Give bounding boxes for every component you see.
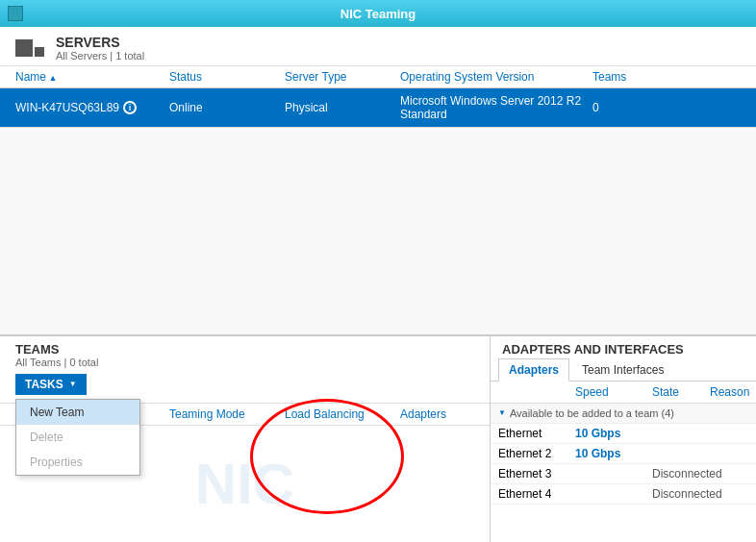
- teams-panel-title: TEAMS: [15, 342, 474, 357]
- group-header-text: Available to be added to a team (4): [510, 407, 674, 419]
- teams-col-adapters[interactable]: Adapters: [400, 407, 477, 421]
- info-icon: i: [123, 101, 137, 114]
- dropdown-properties: Properties: [16, 450, 139, 475]
- title-bar-icon: [8, 6, 23, 21]
- adapter-reason-3: [710, 487, 756, 501]
- server-os: Microsoft Windows Server 2012 R2 Standar…: [400, 94, 592, 121]
- adapter-speed-2: [575, 467, 652, 480]
- teams-col-load-balancing[interactable]: Load Balancing: [285, 407, 400, 421]
- adapters-group-header: ▼ Available to be added to a team (4): [491, 404, 756, 424]
- adapter-state-1: [652, 447, 710, 460]
- servers-header: SERVERS All Servers | 1 total: [0, 27, 756, 66]
- server-type: Physical: [285, 101, 400, 114]
- server-teams-count: 0: [592, 101, 669, 114]
- tasks-area: TASKS ▼ New Team Delete Properties: [0, 370, 490, 399]
- servers-title: SERVERS: [56, 35, 144, 50]
- tasks-arrow-icon: ▼: [69, 380, 77, 388]
- title-bar: NIC Teaming: [0, 0, 756, 27]
- adapter-state-3: Disconnected: [652, 487, 710, 501]
- adapter-speed-1: 10 Gbps: [575, 447, 652, 460]
- adapters-tabs: Adapters Team Interfaces: [491, 358, 756, 382]
- tasks-dropdown: New Team Delete Properties: [15, 399, 140, 476]
- adapter-row-0[interactable]: Ethernet 10 Gbps: [491, 424, 756, 444]
- adapter-name-3: Ethernet 4: [498, 487, 575, 501]
- title-bar-text: NIC Teaming: [340, 7, 416, 21]
- col-os-version[interactable]: Operating System Version: [400, 70, 592, 84]
- server-name-text: WIN-K47USQ63L89: [15, 101, 119, 114]
- server-name-cell: WIN-K47USQ63L89 i: [15, 101, 169, 114]
- adapter-speed-3: [575, 487, 652, 501]
- teams-panel: TEAMS All Teams | 0 total TASKS ▼ New Te…: [0, 336, 491, 543]
- tab-team-interfaces[interactable]: Team Interfaces: [571, 358, 674, 381]
- dropdown-delete: Delete: [16, 425, 139, 450]
- servers-title-group: SERVERS All Servers | 1 total: [56, 35, 144, 62]
- icon-block-small: [35, 47, 44, 57]
- teams-panel-sub: All Teams | 0 total: [15, 357, 474, 368]
- teams-col-teaming-mode[interactable]: Teaming Mode: [169, 407, 285, 421]
- adapter-speed-0: 10 Gbps: [575, 427, 652, 440]
- adapter-state-0: [652, 427, 710, 440]
- col-name[interactable]: Name: [15, 70, 169, 84]
- icon-block-big: [15, 39, 33, 57]
- adapter-row-3[interactable]: Ethernet 4 Disconnected: [491, 484, 756, 505]
- adapter-reason-0: [710, 427, 756, 440]
- adapter-row-2[interactable]: Ethernet 3 Disconnected: [491, 464, 756, 484]
- adapters-panel-title: ADAPTERS AND INTERFACES: [502, 342, 756, 357]
- watermark-text: NIC: [195, 451, 294, 517]
- adapters-col-speed[interactable]: Speed: [575, 385, 652, 399]
- adapter-row-1[interactable]: Ethernet 2 10 Gbps: [491, 444, 756, 464]
- adapters-col-name: [498, 385, 575, 399]
- group-expand-icon[interactable]: ▼: [498, 408, 506, 417]
- server-status: Online: [169, 101, 285, 114]
- col-server-type[interactable]: Server Type: [285, 70, 400, 84]
- adapters-panel-header: ADAPTERS AND INTERFACES: [491, 336, 756, 358]
- teams-panel-header: TEAMS All Teams | 0 total: [0, 336, 490, 370]
- servers-icon: [15, 39, 44, 57]
- adapters-col-state[interactable]: State: [652, 385, 710, 399]
- servers-subtitle: All Servers | 1 total: [56, 50, 144, 62]
- main-content: SERVERS All Servers | 1 total Name Statu…: [0, 27, 756, 542]
- adapter-name-2: Ethernet 3: [498, 467, 575, 480]
- server-row[interactable]: WIN-K47USQ63L89 i Online Physical Micros…: [0, 88, 756, 127]
- tasks-button[interactable]: TASKS ▼: [15, 374, 87, 395]
- adapters-col-reason[interactable]: Reason: [710, 385, 756, 399]
- adapters-table-header: Speed State Reason: [491, 382, 756, 404]
- adapter-name-1: Ethernet 2: [498, 447, 575, 460]
- tasks-label: TASKS: [25, 378, 63, 391]
- bottom-section: TEAMS All Teams | 0 total TASKS ▼ New Te…: [0, 334, 756, 543]
- adapter-reason-2: [710, 467, 756, 480]
- adapter-state-2: Disconnected: [652, 467, 710, 480]
- col-status[interactable]: Status: [169, 70, 285, 84]
- tab-adapters[interactable]: Adapters: [498, 358, 569, 382]
- adapter-name-0: Ethernet: [498, 427, 575, 440]
- adapter-reason-1: [710, 447, 756, 460]
- server-spacer: [0, 127, 756, 334]
- servers-table-header: Name Status Server Type Operating System…: [0, 66, 756, 88]
- col-teams[interactable]: Teams: [592, 70, 669, 84]
- dropdown-new-team[interactable]: New Team: [16, 400, 139, 425]
- adapters-panel: ADAPTERS AND INTERFACES Adapters Team In…: [491, 336, 756, 543]
